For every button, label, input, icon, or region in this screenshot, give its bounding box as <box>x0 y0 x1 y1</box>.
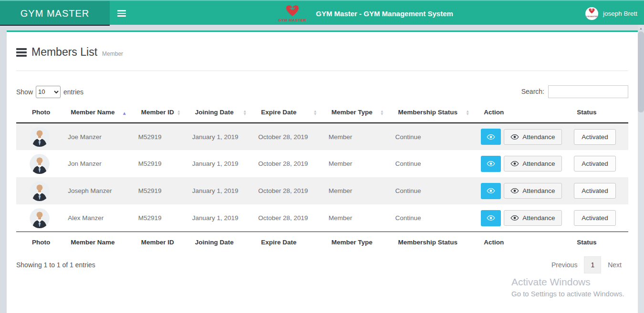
column-header-member-name[interactable]: Member Name▲ <box>62 103 133 123</box>
eye-icon <box>510 161 519 167</box>
column-header-member-type[interactable]: Member Type▲▼ <box>323 103 390 123</box>
column-label: Action <box>484 239 504 246</box>
column-header-member-id: Member ID <box>133 232 187 252</box>
status-badge[interactable]: Activated <box>574 183 616 199</box>
scroll-up-icon[interactable]: ▲ <box>638 25 644 31</box>
column-label: Member ID <box>141 109 174 116</box>
heart-logo-icon <box>589 8 595 14</box>
status-badge[interactable]: Activated <box>574 210 616 226</box>
user-menu[interactable]: GYM MASTER joseph Brett <box>585 1 637 26</box>
pagination: Previous 1 Next <box>545 256 628 273</box>
action-cell: Attendance <box>475 204 568 232</box>
attendance-button[interactable]: Attendance <box>504 210 561 226</box>
eye-icon <box>510 134 519 140</box>
showing-entries-text: Showing 1 to 1 of 1 entries <box>16 261 95 269</box>
column-label: Member ID <box>141 239 174 246</box>
photo-cell <box>16 204 62 232</box>
column-header-joining-date[interactable]: Joining Date▲▼ <box>187 103 253 123</box>
member-name-cell: Alex Manzer <box>62 204 133 232</box>
header-divider <box>16 71 628 71</box>
attendance-label: Attendance <box>522 160 555 167</box>
attendance-button[interactable]: Attendance <box>504 183 561 199</box>
membership-status-cell: Continue <box>390 123 476 150</box>
view-button[interactable] <box>481 210 501 226</box>
sort-icon: ▲▼ <box>177 110 181 116</box>
search-input[interactable] <box>548 85 628 98</box>
attendance-button[interactable]: Attendance <box>504 129 561 145</box>
show-entries-control: Show10entries <box>16 86 83 98</box>
page-number-button[interactable]: 1 <box>584 256 601 273</box>
search-label: Search: <box>521 88 544 95</box>
view-button[interactable] <box>481 129 501 145</box>
column-label: Status <box>577 239 596 246</box>
column-label: Expire Date <box>261 239 296 246</box>
member-photo <box>30 181 50 201</box>
member-name-cell: Jon Manzer <box>62 150 133 177</box>
search-control: Search: <box>521 85 628 98</box>
column-label: Action <box>484 109 504 116</box>
column-header-joining-date: Joining Date <box>187 232 253 252</box>
column-label: Joining Date <box>195 109 234 116</box>
status-badge[interactable]: Activated <box>574 129 616 145</box>
column-header-status: Status <box>568 232 628 252</box>
joining-date-cell: January 1, 2019 <box>187 123 253 150</box>
members-table: PhotoMember Name▲Member ID▲▼Joining Date… <box>16 103 628 252</box>
action-cell: Attendance <box>475 177 568 204</box>
column-label: Membership Status <box>398 109 458 116</box>
action-cell: Attendance <box>475 123 568 150</box>
status-badge[interactable]: Activated <box>574 156 616 172</box>
view-button[interactable] <box>481 156 501 172</box>
expire-date-cell: October 28, 2019 <box>252 177 323 204</box>
user-name: joseph Brett <box>603 10 637 17</box>
view-button[interactable] <box>481 183 501 199</box>
user-avatar: GYM MASTER <box>585 7 598 20</box>
sort-icon: ▲▼ <box>313 110 317 116</box>
scrollbar-thumb[interactable] <box>638 31 644 112</box>
entries-label: entries <box>63 88 83 95</box>
brand-logo[interactable]: GYM MASTER <box>0 1 110 26</box>
column-header-status: Status <box>568 103 628 123</box>
column-header-expire-date[interactable]: Expire Date▲▼ <box>252 103 323 123</box>
column-header-action: Action <box>475 232 568 252</box>
user-heart-icon <box>589 8 595 15</box>
column-header-membership-status[interactable]: Membership Status▲▼ <box>390 103 476 123</box>
status-cell: Activated <box>568 150 628 177</box>
column-header-member-type: Member Type <box>323 232 390 252</box>
gym-logo-caption: GYM MASTER <box>278 19 306 22</box>
expire-date-cell: October 28, 2019 <box>252 123 323 150</box>
membership-status-cell: Continue <box>390 204 476 232</box>
membership-status-cell: Continue <box>390 150 476 177</box>
member-id-cell: M52919 <box>133 123 187 150</box>
column-header-expire-date: Expire Date <box>252 232 323 252</box>
vertical-scrollbar[interactable]: ▲ <box>638 25 644 313</box>
menu-icon[interactable] <box>117 9 126 18</box>
next-button[interactable]: Next <box>601 257 628 273</box>
member-name-cell: Joe Manzer <box>62 123 133 150</box>
member-id-cell: M52919 <box>133 204 187 232</box>
member-type-cell: Member <box>323 150 390 177</box>
eye-icon <box>487 188 495 194</box>
show-label: Show <box>16 88 33 95</box>
sort-icon: ▲▼ <box>466 110 469 116</box>
column-label: Joining Date <box>195 239 234 246</box>
member-id-cell: M52919 <box>133 150 187 177</box>
list-icon <box>16 48 27 58</box>
column-label: Photo <box>32 239 50 246</box>
previous-button[interactable]: Previous <box>545 257 584 273</box>
attendance-label: Attendance <box>522 187 555 194</box>
eye-icon <box>510 188 519 194</box>
page-size-select[interactable]: 10 <box>36 86 61 98</box>
table-footer: Showing 1 to 1 of 1 entries Previous 1 N… <box>16 256 628 273</box>
column-label: Status <box>577 109 596 116</box>
attendance-label: Attendance <box>522 214 555 222</box>
member-id-cell: M52919 <box>133 177 187 204</box>
member-row: Alex ManzerM52919January 1, 2019October … <box>16 204 628 232</box>
action-cell: Attendance <box>475 150 568 177</box>
app-title: GYM Master - GYM Management System <box>316 10 453 18</box>
column-header-member-id[interactable]: Member ID▲▼ <box>133 103 187 123</box>
page-subtitle: Member <box>102 50 123 57</box>
column-label: Photo <box>32 109 50 116</box>
navbar-center: GYM MASTER GYM Master - GYM Management S… <box>278 1 453 26</box>
attendance-button[interactable]: Attendance <box>504 156 561 172</box>
status-cell: Activated <box>568 123 628 150</box>
